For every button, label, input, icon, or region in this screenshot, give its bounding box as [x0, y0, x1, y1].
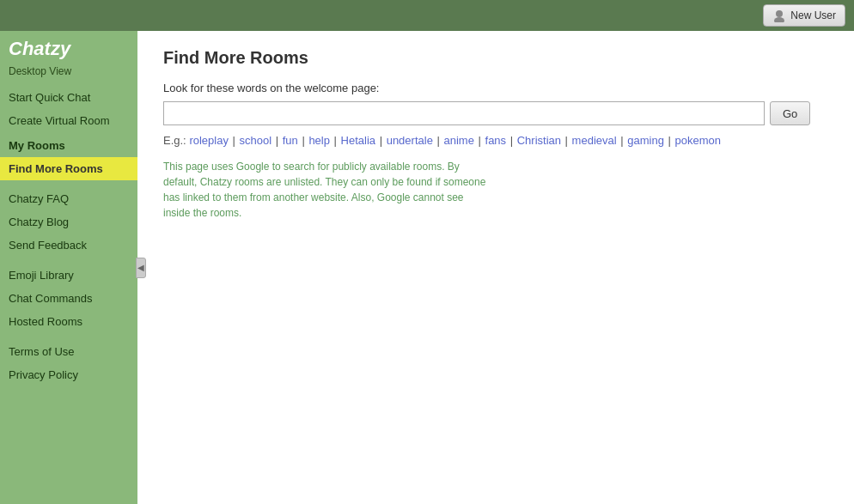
info-text: This page uses Google to search for publ…: [163, 159, 490, 221]
svg-point-1: [774, 17, 784, 22]
sidebar-item-start-quick-chat[interactable]: Start Quick Chat: [0, 86, 137, 109]
example-link-undertale[interactable]: undertale: [387, 134, 433, 147]
pipe-separator: |: [434, 134, 443, 147]
example-link-christian[interactable]: Christian: [517, 134, 561, 147]
example-link-pokemon[interactable]: pokemon: [675, 134, 721, 147]
pipe-separator: |: [665, 134, 674, 147]
example-link-school[interactable]: school: [240, 134, 272, 147]
main-content: Find More Rooms Look for these words on …: [137, 31, 854, 504]
example-link-gaming[interactable]: gaming: [627, 134, 664, 147]
search-row: Go: [163, 101, 828, 125]
sidebar-divider-1: [0, 180, 137, 187]
top-bar: New User: [0, 0, 854, 31]
example-link-hetalia[interactable]: Hetalia: [341, 134, 375, 147]
logo: Chatzy: [0, 31, 137, 64]
sidebar-item-hosted-rooms[interactable]: Hosted Rooms: [0, 310, 137, 333]
pipe-separator: |: [376, 134, 386, 147]
sidebar-item-chatzy-blog[interactable]: Chatzy Blog: [0, 210, 137, 234]
pipe-separator: |: [507, 134, 516, 147]
new-user-label: New User: [790, 9, 836, 21]
pipe-separator: |: [562, 134, 571, 147]
pipe-separator: |: [229, 134, 239, 147]
sidebar-item-find-more-rooms[interactable]: Find More Rooms: [0, 157, 137, 180]
sidebar-item-create-virtual-room[interactable]: Create Virtual Room: [0, 109, 137, 132]
examples-prefix: E.g.:: [163, 134, 186, 147]
example-link-fun[interactable]: fun: [283, 134, 298, 147]
example-link-help[interactable]: help: [308, 134, 330, 147]
examples-links: roleplay | school | fun | help | Hetalia…: [189, 134, 721, 147]
pipe-separator: |: [299, 134, 308, 147]
sidebar-divider-3: [0, 333, 137, 340]
user-icon: [772, 9, 786, 22]
go-button[interactable]: Go: [770, 101, 810, 125]
desktop-view-label: Desktop View: [0, 64, 137, 86]
layout: Chatzy Desktop View Start Quick Chat Cre…: [0, 31, 854, 504]
sidebar-item-privacy-policy[interactable]: Privacy Policy: [0, 363, 137, 386]
sidebar-section-main: Start Quick Chat Create Virtual Room: [0, 86, 137, 132]
new-user-button[interactable]: New User: [763, 4, 845, 27]
sidebar-item-send-feedback[interactable]: Send Feedback: [0, 234, 137, 257]
pipe-separator: |: [331, 134, 340, 147]
svg-point-0: [776, 10, 783, 17]
examples-row: E.g.: roleplay | school | fun | help | H…: [163, 134, 828, 147]
example-link-fans[interactable]: fans: [485, 134, 507, 147]
sidebar-item-my-rooms[interactable]: My Rooms: [0, 134, 137, 157]
sidebar-divider-2: [0, 257, 137, 264]
example-link-roleplay[interactable]: roleplay: [189, 134, 229, 147]
pipe-separator: |: [272, 134, 282, 147]
pipe-separator: |: [618, 134, 627, 147]
example-link-medieval[interactable]: medieval: [572, 134, 617, 147]
collapse-sidebar-button[interactable]: ◀: [136, 258, 146, 278]
example-link-anime[interactable]: anime: [443, 134, 473, 147]
search-label: Look for these words on the welcome page…: [163, 82, 828, 94]
search-input[interactable]: [163, 101, 765, 125]
pipe-separator: |: [475, 134, 485, 147]
sidebar-item-emoji-library[interactable]: Emoji Library: [0, 264, 137, 287]
sidebar-item-terms-of-use[interactable]: Terms of Use: [0, 340, 137, 363]
page-title: Find More Rooms: [163, 48, 828, 68]
sidebar-item-chat-commands[interactable]: Chat Commands: [0, 287, 137, 310]
sidebar-item-chatzy-faq[interactable]: Chatzy FAQ: [0, 187, 137, 210]
sidebar: Chatzy Desktop View Start Quick Chat Cre…: [0, 31, 137, 504]
